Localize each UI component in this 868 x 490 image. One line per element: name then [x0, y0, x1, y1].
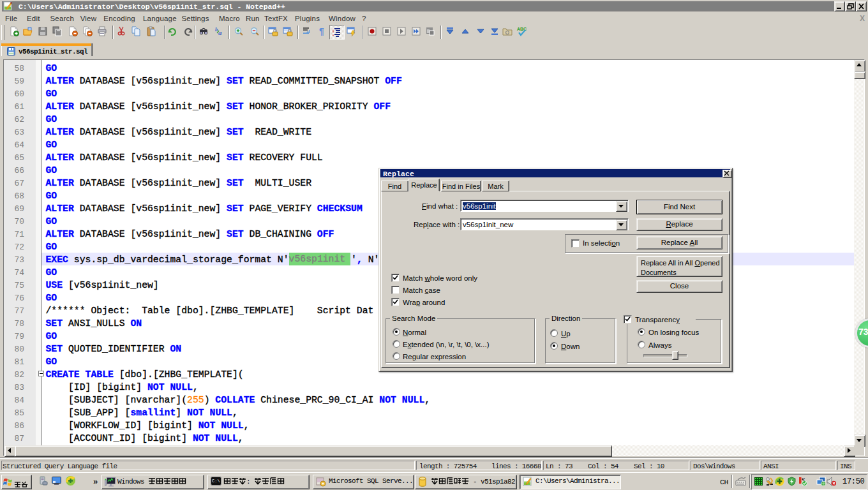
svg-text:a: a [218, 29, 222, 36]
svg-text:¶: ¶ [319, 26, 324, 36]
svg-text:C:\: C:\ [212, 479, 220, 484]
